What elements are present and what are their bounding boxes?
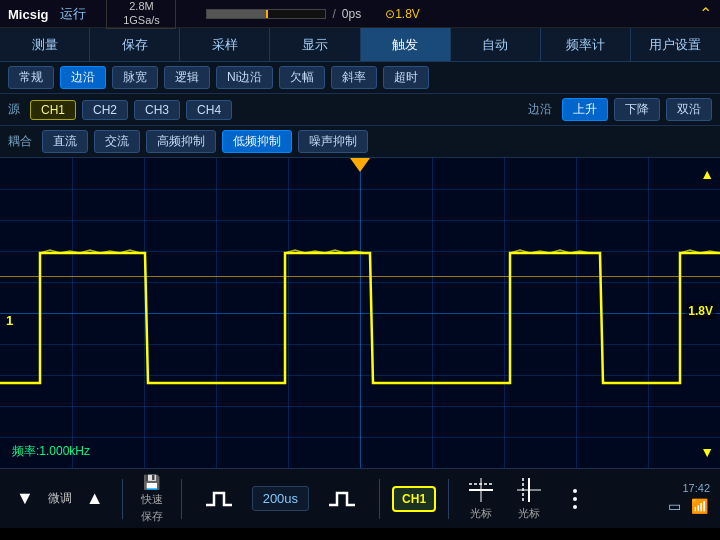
trigger-divider: / — [332, 7, 335, 21]
more-btn[interactable] — [557, 483, 593, 515]
battery-icon: ▭ — [666, 496, 683, 516]
menu-bar: 测量 保存 采样 显示 触发 自动 频率计 用户设置 — [0, 28, 720, 62]
sep-3 — [379, 479, 380, 519]
menu-display[interactable]: 显示 — [270, 28, 360, 61]
vert-scale-up: ▲ — [700, 166, 714, 182]
source-ch1[interactable]: CH1 — [30, 100, 76, 120]
menu-trigger[interactable]: 触发 — [361, 28, 451, 61]
trigger-logic[interactable]: 逻辑 — [164, 66, 210, 89]
menu-freq-counter[interactable]: 频率计 — [541, 28, 631, 61]
v-cursor-icon — [515, 476, 543, 504]
pulse-left-icon — [204, 485, 234, 513]
trigger-edge[interactable]: 边沿 — [60, 66, 106, 89]
trigger-marker — [266, 10, 268, 18]
svg-point-7 — [573, 497, 577, 501]
ch1-marker: 1 — [6, 313, 13, 328]
menu-sample[interactable]: 采样 — [180, 28, 270, 61]
svg-point-8 — [573, 505, 577, 509]
trigger-pulse[interactable]: 脉宽 — [112, 66, 158, 89]
h-cursor-icon — [467, 476, 495, 504]
trigger-normal[interactable]: 常规 — [8, 66, 54, 89]
run-label: 运行 — [60, 5, 86, 23]
trigger-level-label: 1.8V — [685, 303, 716, 319]
bottom-bar: ▼ 微调 ▲ 💾 快速 保存 200us CH1 — [0, 468, 720, 528]
wave-right-btn[interactable] — [317, 481, 367, 517]
coupling-noise-reject[interactable]: 噪声抑制 — [298, 130, 368, 153]
sep-2 — [181, 479, 182, 519]
fine-adjust-label: 微调 — [48, 490, 72, 507]
top-bar: Micsig 运行 2.8M 1GSa/s / 0ps ⊙1.8V ⌃ — [0, 0, 720, 28]
wave-left-btn[interactable] — [194, 481, 244, 517]
trigger-bar-fill — [207, 10, 266, 18]
arrow-up-icon: ▲ — [86, 488, 104, 509]
coupling-dc[interactable]: 直流 — [42, 130, 88, 153]
pulse-right-icon — [327, 485, 357, 513]
v-cursor-label: 光标 — [518, 506, 540, 521]
save-icon: 💾 — [143, 474, 160, 490]
coupling-label: 耦合 — [8, 133, 32, 150]
quick-save-btn[interactable]: 💾 快速 保存 — [135, 470, 169, 528]
bottom-right: 17:42 ▭ 📶 — [666, 482, 710, 516]
coupling-ac[interactable]: 交流 — [94, 130, 140, 153]
edge-label: 边沿 — [528, 101, 552, 118]
source-slope-bar: 源 CH1 CH2 CH3 CH4 边沿 上升 下降 双沿 — [0, 94, 720, 126]
coupling-lf-reject[interactable]: 低频抑制 — [222, 130, 292, 153]
h-cursor-label: 光标 — [470, 506, 492, 521]
trigger-bar — [206, 9, 326, 19]
freq-label: 频率:1.000kHz — [12, 443, 90, 460]
arrow-down-icon: ▼ — [16, 488, 34, 509]
trigger-underamp[interactable]: 欠幅 — [279, 66, 325, 89]
trigger-type-bar: 常规 边沿 脉宽 逻辑 Ni边沿 欠幅 斜率 超时 — [0, 62, 720, 94]
sample-rate: 1GSa/s — [123, 14, 160, 27]
app-logo: Micsig — [8, 5, 48, 22]
memory-value: 2.8M — [129, 0, 153, 13]
trigger-timeout[interactable]: 超时 — [383, 66, 429, 89]
vert-scale-down: ▼ — [700, 444, 714, 460]
top-right-arrow: ⌃ — [699, 4, 712, 23]
time-per-div[interactable]: 200us — [252, 486, 309, 511]
coupling-hf-reject[interactable]: 高频抑制 — [146, 130, 216, 153]
source-ch3[interactable]: CH3 — [134, 100, 180, 120]
logo-text: Micsig — [8, 7, 48, 22]
v-cursor-btn[interactable]: 光标 — [509, 472, 549, 525]
trigger-slope[interactable]: 斜率 — [331, 66, 377, 89]
coupling-bar: 耦合 直流 交流 高频抑制 低频抑制 噪声抑制 — [0, 126, 720, 158]
sep-1 — [122, 479, 123, 519]
quick-save-label2: 保存 — [141, 509, 163, 524]
menu-user-settings[interactable]: 用户设置 — [631, 28, 720, 61]
menu-save[interactable]: 保存 — [90, 28, 180, 61]
sep-4 — [448, 479, 449, 519]
waveform-area: 1.8V 1 频率:1.000kHz ▲ ▼ — [0, 158, 720, 468]
fine-up-btn[interactable]: ▲ — [80, 484, 110, 513]
slope-rising[interactable]: 上升 — [562, 98, 608, 121]
trigger-level: ⊙1.8V — [385, 7, 420, 21]
trigger-pos-area: / 0ps — [206, 7, 361, 21]
waveform-svg — [0, 158, 720, 468]
fine-down-btn[interactable]: ▼ — [10, 484, 40, 513]
fine-adjust-group: 微调 — [48, 490, 72, 507]
menu-auto[interactable]: 自动 — [451, 28, 541, 61]
quick-save-label: 快速 — [141, 492, 163, 507]
trigger-pos: 0ps — [342, 7, 361, 21]
slope-both[interactable]: 双沿 — [666, 98, 712, 121]
source-ch4[interactable]: CH4 — [186, 100, 232, 120]
ch1-button[interactable]: CH1 — [392, 486, 436, 512]
clock: 17:42 — [682, 482, 710, 494]
device-icons: ▭ 📶 — [666, 496, 710, 516]
menu-measure[interactable]: 测量 — [0, 28, 90, 61]
more-icon — [563, 487, 587, 511]
svg-point-6 — [573, 489, 577, 493]
source-label: 源 — [8, 101, 20, 118]
trigger-ni-edge[interactable]: Ni边沿 — [216, 66, 273, 89]
ch1-waveform — [0, 253, 720, 383]
h-cursor-btn[interactable]: 光标 — [461, 472, 501, 525]
slope-falling[interactable]: 下降 — [614, 98, 660, 121]
memory-stat: 2.8M 1GSa/s — [106, 0, 176, 29]
wifi-icon: 📶 — [689, 496, 710, 516]
source-ch2[interactable]: CH2 — [82, 100, 128, 120]
